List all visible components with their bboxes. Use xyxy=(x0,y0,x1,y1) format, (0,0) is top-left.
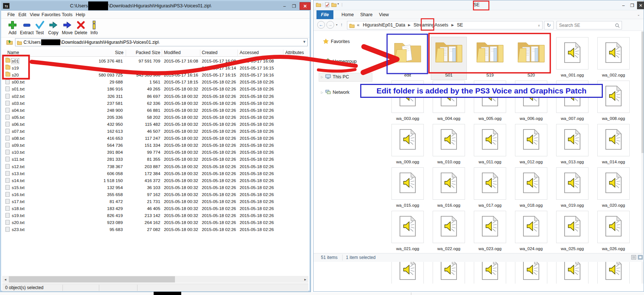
table-row[interactable]: s09.txt564 736151 3342015-05-18 00:32201… xyxy=(2,142,308,149)
minimize-button[interactable]: – xyxy=(280,2,289,10)
grid-item-file[interactable]: wa_004.ogg xyxy=(431,81,466,123)
grid-item-file[interactable]: wa_007.ogg xyxy=(555,81,590,123)
details-view-icon[interactable] xyxy=(631,255,636,261)
column-header-created[interactable]: Created xyxy=(202,50,218,55)
menu-item-file[interactable]: File xyxy=(7,12,15,17)
history-dropdown-icon[interactable]: ▾ xyxy=(336,23,337,26)
table-row[interactable]: s04.txt248 90066 8812015-05-18 00:322015… xyxy=(2,107,308,114)
scrollbar-thumb[interactable] xyxy=(9,276,175,282)
grid-item-file[interactable]: wa_006.ogg xyxy=(514,81,549,123)
grid-item-file[interactable]: wa_017.ogg xyxy=(472,167,508,210)
tab-home[interactable]: Home xyxy=(337,10,358,19)
table-row[interactable]: s13.txt606 058172 3842015-05-18 00:32201… xyxy=(2,170,308,177)
grid-item-file[interactable]: wa_025.ogg xyxy=(555,211,590,253)
table-row[interactable]: s02.txt326 31186 6972015-05-18 00:322015… xyxy=(2,93,308,100)
table-row[interactable]: s18.txt183 42946 4052015-05-18 00:322015… xyxy=(2,205,308,212)
menu-item-edit[interactable]: Edit xyxy=(18,12,26,17)
grid-item-file[interactable]: wa_024.ogg xyxy=(514,211,549,253)
grid-item-file[interactable]: wa_002.ogg xyxy=(596,37,631,79)
grid-item-file[interactable]: wa_026.ogg xyxy=(596,211,631,253)
table-row[interactable]: s06.txt432 950115 4822015-05-18 00:32201… xyxy=(2,121,308,128)
grid-item-file[interactable]: wa_009.ogg xyxy=(390,124,425,166)
tab-view[interactable]: View xyxy=(375,10,393,19)
table-row[interactable]: s15.txt132 95436 1032015-05-18 00:322015… xyxy=(2,184,308,191)
column-header-modified[interactable]: Modified xyxy=(164,50,180,55)
breadcrumb-item-current[interactable]: SE xyxy=(457,22,463,28)
grid-item-file[interactable]: wa_001.ogg xyxy=(555,37,590,79)
breadcrumb-chevrons[interactable]: « xyxy=(357,22,359,28)
chevron-down-icon[interactable]: ∨ xyxy=(538,24,540,27)
table-row[interactable]: s07.txt162 61346 5072015-05-18 00:322015… xyxy=(2,128,308,135)
back-button[interactable]: ← xyxy=(317,21,325,29)
scrollbar-thumb[interactable] xyxy=(641,32,644,153)
add-button[interactable]: Add xyxy=(4,20,21,35)
column-header-size[interactable]: Size xyxy=(94,50,124,55)
grid-item-file[interactable]: wa_010.ogg xyxy=(431,124,466,166)
table-row[interactable]: s10.txt391 80499 7742015-05-18 00:322015… xyxy=(2,149,308,156)
grid-item-folder[interactable]: S01 xyxy=(431,37,466,79)
table-row[interactable]: s05.txt205 33658 2022015-05-18 00:322015… xyxy=(2,114,308,121)
grid-item-file[interactable]: wa_005.ogg xyxy=(472,81,508,123)
column-header-accessed[interactable]: Accessed xyxy=(240,50,259,55)
menu-item-help[interactable]: Help xyxy=(76,12,85,17)
refresh-button[interactable]: ↻ xyxy=(544,21,554,29)
grid-item-file[interactable]: wa_012.ogg xyxy=(514,124,549,166)
vertical-scrollbar[interactable] xyxy=(641,31,644,284)
menu-item-view[interactable]: View xyxy=(30,12,40,17)
grid-item-file[interactable]: wa_014.ogg xyxy=(596,124,631,166)
breadcrumb-item[interactable]: HigurashiEp01_Data xyxy=(363,22,405,28)
table-row[interactable]: s08.txt416 653117 2472015-05-18 00:32201… xyxy=(2,135,308,142)
grid-item-file[interactable]: wa_019.ogg xyxy=(555,167,590,210)
menu-item-tools[interactable]: Tools xyxy=(62,12,72,17)
chevron-down-icon[interactable]: ⌄ xyxy=(637,13,640,17)
grid-item-file[interactable]: wa_018.ogg xyxy=(514,167,549,210)
folder-up-icon[interactable] xyxy=(6,39,13,46)
horizontal-scrollbar[interactable]: ◂ ▸ xyxy=(2,276,308,283)
grid-item-file[interactable]: wa_008.ogg xyxy=(596,81,631,123)
breadcrumb-item[interactable]: StreamingAssets xyxy=(414,22,448,28)
scroll-left-arrow[interactable]: ◂ xyxy=(2,276,8,283)
thumbnail-view-icon[interactable] xyxy=(638,255,643,261)
table-row[interactable]: s01105 376 48197 591 7092015-05-17 16:08… xyxy=(2,58,308,65)
explorer-titlebar[interactable]: | ▾ | SE – ❐ ✕ xyxy=(314,0,644,10)
table-row[interactable]: s12.txt738 367203 8872015-05-18 00:32201… xyxy=(2,163,308,170)
grid-item-file[interactable]: wa_013.ogg xyxy=(555,124,590,166)
forward-button[interactable]: → xyxy=(326,21,334,29)
search-input[interactable] xyxy=(559,22,612,28)
grid-item-file[interactable]: wa_022.ogg xyxy=(431,211,466,253)
table-row[interactable]: s11.txt281 33381 3552015-05-18 00:322015… xyxy=(2,156,308,163)
chevron-down-icon[interactable]: ▼ xyxy=(303,40,306,44)
close-button[interactable]: ✕ xyxy=(637,1,644,9)
grid-item-file[interactable]: wa_021.ogg xyxy=(390,211,425,253)
properties-icon[interactable] xyxy=(325,2,329,8)
table-row[interactable]: s14.txt1 518 150416 3722015-05-18 00:322… xyxy=(2,177,308,184)
grid-item-file[interactable]: wa_016.ogg xyxy=(431,167,466,210)
table-row[interactable]: s23.txt95 68327 0822015-05-18 00:322015-… xyxy=(2,226,308,233)
table-row[interactable]: s00.txt29 6881 5612015-05-17 18:152015-0… xyxy=(2,79,308,86)
breadcrumb-bar[interactable]: « HigurashiEp01_Data ▶ StreamingAssets ▶… xyxy=(347,21,543,29)
table-row[interactable]: s01.txt186 91649 2652015-05-18 00:322015… xyxy=(2,86,308,93)
tab-share[interactable]: Share xyxy=(356,10,377,19)
grid-item-folder[interactable]: edit xyxy=(390,37,425,79)
info-button[interactable]: Info xyxy=(86,20,102,35)
grid-item-folder[interactable]: S20 xyxy=(514,37,549,79)
grid-item-file[interactable]: wa_020.ogg xyxy=(596,167,631,210)
close-button[interactable]: ✕ xyxy=(300,2,311,10)
up-button[interactable]: ↑ xyxy=(340,22,343,27)
table-row[interactable]: s19.txt826 419213 1422015-05-18 00:32201… xyxy=(2,212,308,219)
column-header-packed-size[interactable]: Packed Size xyxy=(126,50,160,55)
table-row[interactable]: s20580 093 725543 383 9662015-05-17 16:1… xyxy=(2,72,308,79)
grid-item-folder[interactable]: S19 xyxy=(472,37,508,79)
column-header-attributes[interactable]: Attributes xyxy=(285,50,304,55)
minimize-button[interactable]: – xyxy=(619,1,627,9)
maximize-button[interactable]: ❐ xyxy=(290,2,298,10)
menu-item-favorites[interactable]: Favorites xyxy=(42,12,60,17)
scroll-right-arrow[interactable]: ▸ xyxy=(302,276,308,283)
new-folder-icon[interactable] xyxy=(331,2,337,8)
maximize-button[interactable]: ❐ xyxy=(628,1,636,9)
chevron-down-icon[interactable]: ▾ xyxy=(337,2,339,6)
grid-item-file[interactable]: wa_003.ogg xyxy=(390,81,425,123)
grid-item-file[interactable]: wa_015.ogg xyxy=(390,167,425,210)
sevenzip-titlebar[interactable]: 7z C:\Users\Downloads\Higurashi\Higurash… xyxy=(1,1,310,11)
grid-item-file[interactable]: wa_023.ogg xyxy=(472,211,508,253)
